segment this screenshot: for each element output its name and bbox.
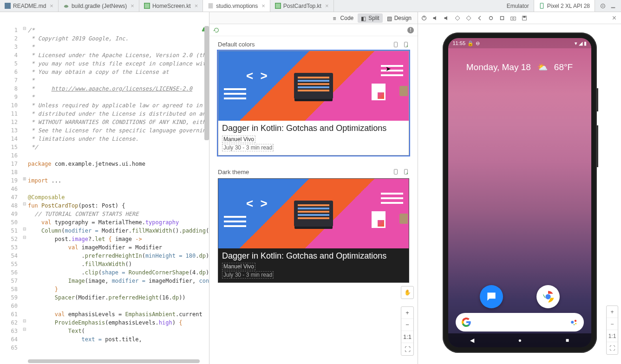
warning-badge-icon[interactable]: !	[407, 27, 414, 33]
app-dock	[448, 285, 591, 308]
close-icon[interactable]: ×	[261, 2, 265, 9]
volume-icon[interactable]	[432, 15, 438, 21]
tab-label: Emulator	[507, 3, 529, 9]
emulator-viewport: 11:55🔒⊖ ▾◢▮ Monday, May 18 ⛅ 68°F	[418, 24, 621, 364]
line-number-gutter: 1234567891011121314151617181946474849505…	[0, 24, 21, 364]
rotate-right-icon[interactable]	[465, 15, 472, 21]
deploy-preview-icon[interactable]	[403, 41, 409, 48]
overview-icon[interactable]	[499, 15, 505, 21]
close-panel-icon[interactable]: ×	[610, 14, 618, 22]
device-frame: 11:55🔒⊖ ▾◢▮ Monday, May 18 ⛅ 68°F	[443, 32, 597, 353]
preview-card[interactable]: < >Dagger in Kotlin: Gotchas and Optimiz…	[218, 51, 409, 156]
refresh-icon[interactable]	[213, 27, 220, 33]
date-text: Monday, May 18	[466, 62, 531, 72]
zoom-out-button[interactable]: −	[607, 318, 618, 330]
zoom-in-button[interactable]: +	[607, 306, 618, 318]
volume-down-icon[interactable]	[443, 15, 450, 21]
wifi-icon: ▾	[575, 40, 577, 46]
emulator-device-tab[interactable]: Pixel 2 XL API 28	[534, 0, 595, 12]
svg-rect-23	[523, 16, 525, 18]
preview-scroll[interactable]: Default colors< >Dagger in Kotlin: Gotch…	[209, 36, 418, 364]
svg-point-28	[575, 323, 576, 325]
device-icon[interactable]	[392, 41, 399, 48]
tab-label: README.md	[13, 3, 46, 9]
pan-tool-button[interactable]: ✋	[401, 286, 414, 299]
gear-icon[interactable]	[600, 3, 606, 9]
svg-point-25	[545, 294, 550, 299]
emulator-zoom-controls: + − 1:1 ⛶	[606, 306, 618, 355]
back-button[interactable]: ◀	[470, 337, 474, 344]
tab-postcardtop[interactable]: PostCardTop.kt ×	[270, 0, 334, 12]
signal-icon: ◢	[579, 40, 582, 46]
card-meta: July 30 - 3 min read	[222, 144, 274, 151]
code-editor[interactable]: 1234567891011121314151617181946474849505…	[0, 24, 209, 364]
power-icon[interactable]	[421, 15, 427, 21]
kotlin-file-icon	[144, 3, 150, 9]
preview-zoom-controls: + − 1:1 ⛶	[401, 306, 414, 356]
card-image: < >	[218, 51, 409, 121]
android-status-bar: 11:55🔒⊖ ▾◢▮	[448, 38, 591, 48]
kotlin-file-icon	[275, 3, 281, 9]
preview-card[interactable]: < >Dagger in Kotlin: Gotchas and Optimiz…	[218, 178, 409, 283]
zoom-1-1-button[interactable]: 1:1	[401, 331, 413, 343]
code-area[interactable]: /* * Copyright 2019 Google, Inc. * * Lic…	[28, 24, 209, 364]
rotate-left-icon[interactable]	[454, 15, 461, 21]
emulator-tab[interactable]: Emulator	[502, 0, 534, 12]
zoom-fit-button[interactable]: ⛶	[401, 343, 413, 355]
weather-icon: ⛅	[537, 62, 548, 72]
zoom-1-1-button[interactable]: 1:1	[607, 330, 618, 342]
tab-readme[interactable]: README.md ×	[0, 0, 59, 12]
tab-build-gradle[interactable]: build.gradle (JetNews) ×	[59, 0, 139, 12]
mouse-cursor-icon: ➤	[386, 65, 391, 72]
svg-rect-5	[275, 4, 280, 8]
preview-section-title: Dark theme	[218, 169, 249, 176]
screenshot-icon[interactable]	[510, 15, 516, 21]
save-icon[interactable]	[521, 15, 528, 21]
gradle-file-icon	[63, 3, 69, 9]
minimize-icon[interactable]	[610, 3, 616, 9]
messages-app-icon[interactable]	[480, 285, 503, 308]
close-icon[interactable]: ×	[50, 2, 53, 9]
chrome-app-icon[interactable]	[536, 285, 560, 308]
device-screen[interactable]: 11:55🔒⊖ ▾◢▮ Monday, May 18 ⛅ 68°F	[448, 38, 591, 347]
view-mode-bar: ≡Code ◧Split ▧Design	[209, 12, 418, 24]
preview-toolbar: !	[209, 24, 418, 36]
temperature-text: 68°F	[554, 62, 573, 72]
device-icon[interactable]	[392, 169, 399, 175]
phone-icon	[539, 3, 545, 9]
tab-homescreen[interactable]: HomeScreen.kt ×	[139, 0, 203, 12]
assistant-icon[interactable]	[570, 318, 578, 326]
svg-rect-9	[611, 7, 615, 8]
design-mode-button[interactable]: ▧Design	[384, 13, 415, 23]
image-icon: ▧	[387, 15, 392, 21]
home-icon[interactable]	[488, 15, 494, 21]
svg-rect-6	[540, 3, 543, 8]
svg-point-29	[573, 324, 574, 325]
tab-vmoptions[interactable]: studio.vmoptions ×	[203, 0, 270, 12]
close-icon[interactable]: ×	[195, 2, 198, 9]
tab-label: Pixel 2 XL API 28	[547, 3, 590, 9]
svg-rect-3	[209, 3, 213, 8]
svg-point-26	[571, 321, 574, 324]
home-button[interactable]: ●	[518, 337, 522, 344]
close-icon[interactable]: ×	[325, 2, 329, 9]
scrollbar-thumb[interactable]	[204, 26, 209, 140]
code-mode-button[interactable]: ≡Code	[330, 13, 357, 23]
zoom-out-button[interactable]: −	[401, 319, 413, 331]
split-mode-button[interactable]: ◧Split	[358, 13, 382, 23]
fold-gutter[interactable]: ⊟⊞⊟⊟⊟⊟⊟	[21, 24, 28, 364]
horizontal-scrollbar[interactable]	[28, 359, 200, 363]
deploy-preview-icon[interactable]	[403, 169, 409, 175]
zoom-in-button[interactable]: +	[401, 307, 413, 319]
svg-rect-17	[466, 16, 471, 20]
zoom-fit-button[interactable]: ⛶	[607, 342, 618, 354]
google-search-bar[interactable]	[456, 313, 584, 332]
android-nav-bar: ◀ ● ■	[448, 333, 591, 347]
code-editor-pane: 1234567891011121314151617181946474849505…	[0, 12, 209, 364]
battery-icon: ▮	[584, 40, 587, 46]
card-image: < >	[218, 179, 409, 248]
card-title: Dagger in Kotlin: Gotchas and Optimizati…	[222, 124, 405, 134]
close-icon[interactable]: ×	[131, 2, 134, 9]
recents-button[interactable]: ■	[566, 337, 569, 344]
back-icon[interactable]	[477, 15, 483, 21]
